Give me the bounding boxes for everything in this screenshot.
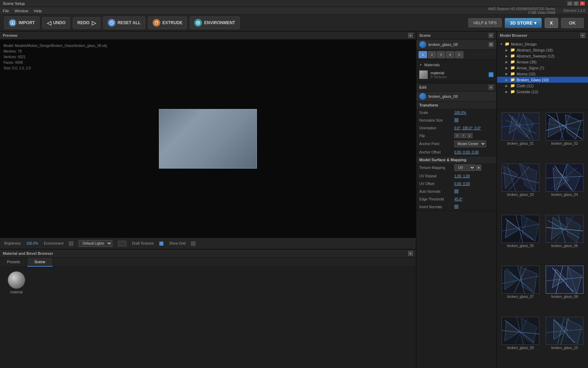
edit-expand[interactable]: ▸ bbox=[489, 85, 493, 90]
material-browser-content: material bbox=[0, 267, 416, 368]
thumb-broken-glass-08[interactable]: broken_glass_08 bbox=[544, 266, 585, 314]
scene-expand[interactable]: ▸ bbox=[489, 33, 493, 38]
mid-panel: Scene ▸ broken_glass_08 ✕ 1 2 3 4 5 ▼ Ma… bbox=[416, 32, 497, 368]
tree-arrow: ▶ bbox=[505, 66, 509, 70]
scene-tab-5[interactable]: 5 bbox=[455, 51, 463, 58]
thumb-label-09: broken_glass_09 bbox=[507, 346, 534, 350]
material-sphere[interactable] bbox=[8, 271, 25, 289]
scene-header: Scene ▸ bbox=[416, 32, 496, 40]
tree-item-abstract-strings[interactable]: ▶ 📁 Abstract_Strings (18) bbox=[497, 47, 588, 53]
minimize-button[interactable]: ─ bbox=[567, 1, 573, 6]
tree-arrow: ▶ bbox=[505, 78, 509, 82]
tree-item-greeble[interactable]: ▶ 📁 Greeble (12) bbox=[497, 89, 588, 95]
texture-mapping-label: Texture Mapping bbox=[419, 166, 454, 170]
toolbar-right: HELP & TIPS 3D STORE ▾ X OK bbox=[468, 18, 584, 28]
tree-item-abstract-sweeps[interactable]: ▶ 📁 Abstract_Sweeps (12) bbox=[497, 53, 588, 59]
thumb-label-06: broken_glass_06 bbox=[551, 244, 578, 248]
thumb-broken-glass-02[interactable]: broken_glass_02 bbox=[544, 113, 585, 161]
model-browser-expand[interactable]: ▸ bbox=[580, 33, 585, 38]
svg-rect-2 bbox=[155, 22, 158, 24]
orientation-value[interactable]: 0.0°, 180.0°, 0.0° bbox=[454, 126, 493, 130]
redo-button[interactable]: REDO ▷ bbox=[73, 17, 100, 29]
edge-threshold-value[interactable]: 45.0° bbox=[454, 197, 493, 201]
flip-y-button[interactable]: Y bbox=[461, 133, 466, 138]
scene-tab-1[interactable]: 1 bbox=[419, 51, 427, 58]
close-button[interactable]: ✕ bbox=[580, 1, 585, 6]
scene-tab-4[interactable]: 4 bbox=[446, 51, 454, 58]
texture-mapping-select[interactable]: UV bbox=[454, 164, 475, 171]
thumb-broken-glass-10[interactable]: broken_glass_10 bbox=[544, 317, 585, 365]
extrude-button[interactable]: EXTRUDE bbox=[148, 16, 187, 29]
store-button[interactable]: 3D STORE ▾ bbox=[505, 18, 542, 28]
import-button[interactable]: IMPORT bbox=[4, 16, 40, 29]
undo-button[interactable]: ◁ UNDO bbox=[42, 17, 70, 29]
thumb-broken-glass-09[interactable]: broken_glass_09 bbox=[500, 317, 541, 365]
ok-button[interactable]: OK bbox=[561, 18, 584, 28]
auto-normals-row: Auto Normals bbox=[416, 188, 496, 195]
anchor-row: Anchor Point Model Center bbox=[416, 139, 496, 148]
flip-z-button[interactable]: Z bbox=[467, 133, 472, 138]
thumb-broken-glass-06[interactable]: broken_glass_06 bbox=[544, 215, 585, 263]
tree-item-broken-glass[interactable]: ▶ 📁 Broken_Glass (10) bbox=[497, 77, 588, 83]
edit-header: Edit ▸ bbox=[416, 83, 496, 91]
menu-help[interactable]: Help bbox=[34, 9, 42, 13]
invert-normals-checkbox[interactable] bbox=[454, 205, 458, 209]
tree-item-arrows[interactable]: ▶ 📁 Arrows (39) bbox=[497, 59, 588, 65]
help-button[interactable]: HELP & TIPS bbox=[468, 18, 502, 27]
materials-header[interactable]: ▼ Materials bbox=[416, 61, 496, 68]
color-swatch[interactable] bbox=[118, 241, 126, 246]
menu-file[interactable]: File bbox=[3, 9, 9, 13]
thumb-broken-glass-05[interactable]: broken_glass_05 bbox=[500, 215, 541, 263]
scene-mat-color[interactable] bbox=[489, 72, 493, 77]
scene-object-close[interactable]: ✕ bbox=[489, 42, 493, 47]
thumb-broken-glass-01[interactable]: broken_glass_01 bbox=[500, 113, 541, 161]
folder-icon: 📁 bbox=[510, 77, 515, 82]
tree-item-arrow-signs[interactable]: ▶ 📁 Arrow_Signs (7) bbox=[497, 65, 588, 71]
preview-expand[interactable]: ▸ bbox=[408, 33, 413, 38]
scene-tab-3[interactable]: 3 bbox=[437, 51, 445, 58]
invert-normals-label: Invert Normals bbox=[419, 205, 454, 209]
thumb-broken-glass-03[interactable]: broken_glass_03 bbox=[500, 164, 541, 212]
material-browser: Material and Bevel Browser ▸ Presets Sce… bbox=[0, 249, 416, 368]
uv-offset-value[interactable]: 0.00, 0.00 bbox=[454, 182, 493, 186]
toolbar: IMPORT ◁ UNDO REDO ▷ RESET ALL EXTRUDE E… bbox=[0, 15, 588, 32]
thumb-broken-glass-07[interactable]: broken_glass_07 bbox=[500, 266, 541, 314]
scene-tab-2[interactable]: 2 bbox=[428, 51, 436, 58]
environment-button[interactable]: ENVIRONMENT bbox=[190, 16, 240, 29]
uv-repeat-value[interactable]: 1.00, 1.00 bbox=[454, 174, 493, 178]
tab-scene[interactable]: Scene bbox=[27, 258, 52, 267]
menu-window[interactable]: Window bbox=[15, 9, 28, 13]
thumb-label-10: broken_glass_10 bbox=[551, 346, 578, 350]
preview-header: Preview ▸ bbox=[0, 32, 416, 40]
anchor-select[interactable]: Model Center bbox=[454, 141, 486, 147]
x-button[interactable]: X bbox=[545, 18, 558, 28]
brightness-value[interactable]: 100.0% bbox=[26, 241, 38, 245]
thumb-label-04: broken_glass_04 bbox=[551, 193, 578, 197]
draft-textures-checkbox[interactable] bbox=[159, 241, 163, 246]
normalize-checkbox[interactable] bbox=[454, 118, 458, 122]
tree-item-motion-design[interactable]: ▼ 📁 Motion_Design bbox=[497, 41, 588, 47]
maximize-button[interactable]: □ bbox=[573, 1, 579, 6]
material-browser-expand[interactable]: ▸ bbox=[408, 251, 413, 256]
thumb-broken-glass-04[interactable]: broken_glass_04 bbox=[544, 164, 585, 212]
gpu-info: AMD Radeon HD 6500M/5600/5700 Series 0 M… bbox=[488, 7, 555, 15]
tree-item-atoms[interactable]: ▶ 📁 Atoms (10) bbox=[497, 71, 588, 77]
scale-value[interactable]: 100.0% bbox=[454, 111, 493, 115]
auto-normals-checkbox[interactable] bbox=[454, 189, 458, 193]
texture-mapping-arrow[interactable]: ▾ bbox=[476, 165, 481, 171]
uv-repeat-row: UV Repeat 1.00, 1.00 bbox=[416, 172, 496, 180]
show-grid-checkbox[interactable] bbox=[191, 241, 195, 246]
thumb-img-02 bbox=[546, 113, 583, 141]
folder-icon: 📁 bbox=[505, 42, 510, 46]
lights-dropdown[interactable]: Default Lights bbox=[79, 240, 112, 247]
tree-label: Arrows (39) bbox=[517, 60, 537, 64]
tab-presets[interactable]: Presets bbox=[0, 258, 27, 267]
flip-x-button[interactable]: X bbox=[454, 133, 460, 138]
environment-checkbox[interactable] bbox=[69, 241, 73, 246]
tree-item-cloth[interactable]: ▶ 📁 Cloth (11) bbox=[497, 83, 588, 89]
thumb-img-03 bbox=[502, 164, 539, 192]
anchor-offset-value[interactable]: 0.00, 0.00, 0.00 bbox=[454, 150, 493, 154]
draft-textures-label: Draft Textures bbox=[132, 241, 154, 245]
reset-button[interactable]: RESET ALL bbox=[103, 16, 145, 29]
scene-mat-swatch[interactable] bbox=[419, 70, 428, 79]
